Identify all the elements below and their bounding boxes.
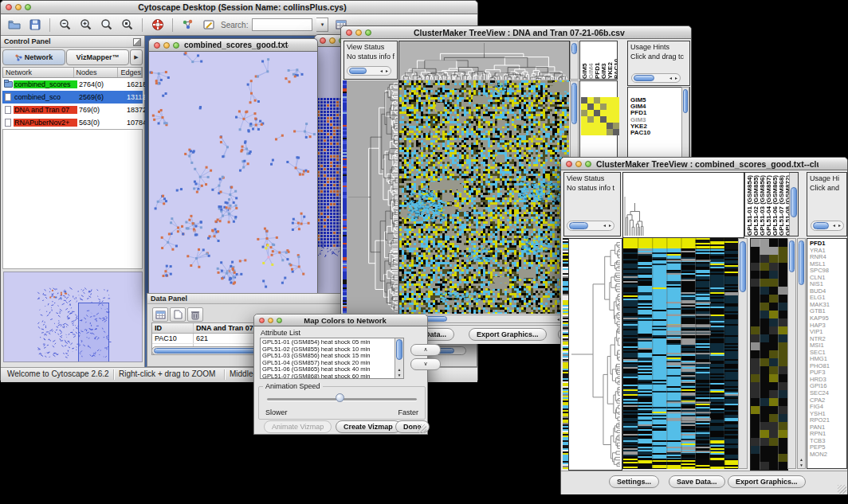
treeview2-titlebar[interactable]: ClusterMaker TreeView : combined_scores_… bbox=[561, 158, 847, 170]
scroll-right-button[interactable]: ► bbox=[385, 67, 389, 76]
minimize-button[interactable] bbox=[329, 37, 336, 44]
scroll-down-button[interactable]: ▼ bbox=[395, 373, 403, 377]
similarity-cell[interactable] bbox=[581, 104, 587, 110]
zoom-heatmap-canvas[interactable] bbox=[750, 238, 788, 471]
tab-network[interactable]: Network bbox=[2, 49, 65, 65]
resize-grip[interactable] bbox=[418, 424, 426, 433]
close-button[interactable] bbox=[259, 318, 265, 323]
scroll-right-button[interactable]: ► bbox=[674, 74, 678, 83]
scroll-right-button[interactable]: ► bbox=[608, 221, 612, 230]
similarity-cell[interactable] bbox=[587, 123, 594, 129]
column-labels-vscrollbar[interactable] bbox=[789, 173, 798, 236]
similarity-cell[interactable] bbox=[594, 129, 600, 135]
zoom-heatmap-vscrollbar[interactable] bbox=[787, 238, 796, 469]
zoom-button[interactable] bbox=[585, 161, 591, 167]
zoom-out-icon[interactable] bbox=[57, 17, 73, 33]
zoom-button[interactable] bbox=[365, 29, 371, 36]
similarity-cell[interactable] bbox=[607, 110, 613, 116]
tv2-export-graphics-button[interactable]: Export Graphics... bbox=[728, 475, 806, 488]
heatmap-canvas[interactable] bbox=[622, 238, 739, 469]
float-panel-icon[interactable] bbox=[133, 38, 141, 46]
scroll-right-button[interactable]: ► bbox=[838, 221, 842, 230]
zoom-button[interactable] bbox=[25, 4, 31, 10]
similarity-cell[interactable] bbox=[613, 116, 619, 123]
similarity-cell[interactable] bbox=[607, 97, 613, 104]
similarity-cell[interactable] bbox=[581, 123, 587, 129]
scroll-up-button[interactable]: ▲ bbox=[395, 368, 403, 372]
tab-overflow-button[interactable]: ▶ bbox=[130, 49, 143, 65]
similarity-cell[interactable] bbox=[613, 97, 619, 104]
similarity-cell[interactable] bbox=[600, 129, 607, 135]
attribute-listbox[interactable]: GPL51-01 (GSM854) heat shock 05 minGPL51… bbox=[260, 338, 404, 379]
move-up-button[interactable]: ∧ bbox=[410, 344, 441, 356]
similarity-cell[interactable] bbox=[594, 97, 600, 104]
row-dendrogram-canvas[interactable] bbox=[568, 238, 622, 471]
attribute-list-vscrollbar[interactable]: ▲▼ bbox=[395, 338, 403, 378]
minimize-button[interactable] bbox=[15, 4, 22, 10]
gene-item[interactable]: MON2 bbox=[810, 451, 846, 459]
network-view-canvas-1[interactable] bbox=[149, 52, 317, 295]
scrollbar-thumb[interactable] bbox=[634, 75, 654, 81]
minimize-button[interactable] bbox=[163, 42, 170, 49]
dialog-titlebar[interactable]: Map Colors to Network bbox=[254, 315, 427, 326]
similarity-cell[interactable] bbox=[600, 123, 607, 129]
attribute-item[interactable]: GPL51-07 (GSM868) heat shock 60 min bbox=[262, 373, 394, 380]
usage-hints-scrollbar[interactable]: ◄► bbox=[811, 221, 844, 231]
scrollbar-thumb[interactable] bbox=[571, 83, 577, 124]
scroll-left-button[interactable]: ◄ bbox=[832, 221, 836, 230]
similarity-cell[interactable] bbox=[607, 116, 613, 123]
close-button[interactable] bbox=[320, 37, 326, 44]
column-dendrogram-canvas[interactable] bbox=[622, 172, 744, 238]
network-table-row[interactable]: RNAPuberNov2+563(0)107847(0) bbox=[2, 116, 143, 129]
annotation-icon[interactable] bbox=[200, 17, 217, 33]
scrollbar-thumb[interactable] bbox=[396, 339, 402, 360]
search-dropdown-arrow[interactable]: ▾ bbox=[316, 18, 328, 32]
similarity-cell[interactable] bbox=[581, 110, 587, 116]
similarity-cell[interactable] bbox=[613, 123, 619, 129]
speed-slider-thumb[interactable] bbox=[336, 393, 344, 402]
scrollbar-thumb[interactable] bbox=[813, 222, 829, 229]
col-header-network[interactable]: Network bbox=[3, 68, 74, 77]
create-vizmap-button[interactable]: Create Vizmap bbox=[336, 420, 401, 433]
animate-vizmap-button[interactable]: Animate Vizmap bbox=[264, 420, 332, 433]
similarity-cell[interactable] bbox=[581, 97, 587, 104]
usage-hints-scrollbar[interactable]: ◄► bbox=[631, 73, 681, 83]
scrollbar-thumb[interactable] bbox=[569, 222, 588, 229]
close-button[interactable] bbox=[6, 4, 12, 10]
scroll-left-button[interactable]: ◄ bbox=[379, 67, 383, 76]
resize-grip[interactable] bbox=[838, 485, 846, 494]
scroll-left-button[interactable]: ◄ bbox=[603, 221, 607, 230]
similarity-cell[interactable] bbox=[600, 104, 607, 110]
treeview1-titlebar[interactable]: ClusterMaker TreeView : DNA and Tran 07-… bbox=[341, 26, 691, 39]
similarity-cell[interactable] bbox=[587, 104, 594, 110]
minimize-button[interactable] bbox=[268, 318, 273, 323]
tv1-export-graphics-button[interactable]: Export Graphics... bbox=[469, 328, 547, 341]
network-table-row[interactable]: combined_sco2569(6)13112(15) bbox=[2, 91, 143, 104]
heatmap-vscrollbar[interactable] bbox=[738, 238, 748, 469]
similarity-cell[interactable] bbox=[613, 104, 619, 110]
similarity-cell[interactable] bbox=[587, 129, 594, 135]
similarity-matrix[interactable] bbox=[581, 97, 619, 135]
scrollbar-thumb[interactable] bbox=[349, 68, 367, 74]
select-attributes-icon[interactable] bbox=[152, 307, 168, 322]
similarity-cell[interactable] bbox=[587, 97, 594, 104]
scroll-left-button[interactable]: ◄ bbox=[669, 74, 673, 83]
similarity-cell[interactable] bbox=[600, 116, 607, 123]
delete-attribute-icon[interactable] bbox=[187, 307, 203, 322]
move-down-button[interactable]: ∨ bbox=[410, 358, 441, 370]
close-button[interactable] bbox=[346, 29, 352, 36]
scrollbar-thumb[interactable] bbox=[789, 240, 795, 272]
similarity-cell[interactable] bbox=[607, 123, 613, 129]
similarity-cell[interactable] bbox=[600, 97, 607, 104]
create-attribute-icon[interactable] bbox=[170, 307, 186, 322]
gene-item[interactable]: PAC10 bbox=[630, 130, 689, 136]
tv2-settings-button[interactable]: Settings... bbox=[609, 475, 659, 488]
gene-list-vscrollbar[interactable]: ▲▼ bbox=[797, 238, 806, 469]
similarity-cell[interactable] bbox=[594, 123, 600, 129]
zoom-button[interactable] bbox=[277, 318, 282, 323]
network-table-row[interactable]: combined_scores2764(0)16218(0) bbox=[2, 78, 143, 91]
similarity-cell[interactable] bbox=[581, 116, 587, 123]
similarity-cell[interactable] bbox=[600, 110, 607, 116]
network-table-row[interactable]: DNA and Tran 07769(0)183728(0) bbox=[2, 104, 143, 116]
open-session-icon[interactable] bbox=[6, 17, 22, 33]
